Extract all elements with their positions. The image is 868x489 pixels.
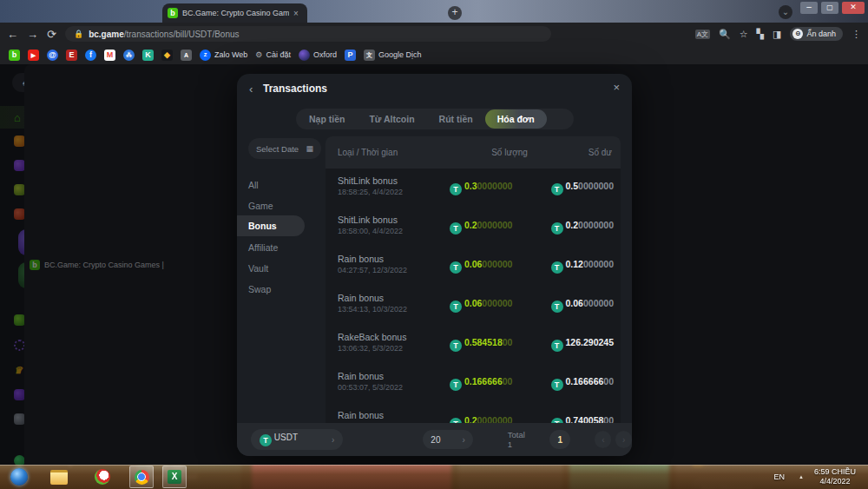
back-icon[interactable]: ← bbox=[7, 28, 18, 41]
start-button[interactable] bbox=[8, 466, 30, 487]
incognito-badge[interactable]: ꙫ Ẩn danh bbox=[790, 27, 843, 41]
bookmark-translate-icon[interactable]: A bbox=[181, 50, 192, 61]
tab-hoa-don-active[interactable]: Hóa đơn bbox=[485, 109, 547, 129]
game-icon-doll[interactable] bbox=[81, 262, 107, 288]
bet-id[interactable]: ID cược: #4974743366... bbox=[740, 350, 826, 359]
bookmark-star-icon[interactable]: ☆ bbox=[740, 29, 748, 40]
blackjack-thumb[interactable] bbox=[141, 293, 167, 319]
chevron-right-icon[interactable]: › bbox=[740, 140, 743, 149]
bcgame-logo[interactable]: b BC.GAME bbox=[161, 75, 235, 89]
bookmark-oxford[interactable]: Oxford bbox=[299, 50, 337, 61]
coccoc-taskbar-icon[interactable] bbox=[91, 466, 114, 487]
sidebar-item-vi-tri[interactable]: Vị trí bbox=[14, 160, 52, 171]
filter-affiliate[interactable]: Affiliate bbox=[248, 242, 278, 253]
bookmark-kucoin-icon[interactable]: K bbox=[142, 50, 154, 61]
show-hidden-icons[interactable]: ▲ bbox=[799, 474, 804, 479]
sidebar-item-trang-chu[interactable]: ⌂ Trang chủ bbox=[14, 111, 72, 124]
sidebar-item-co-che[interactable]: Cơ chế công bằng bbox=[14, 413, 108, 425]
bookmark-p-icon[interactable]: P bbox=[345, 50, 356, 61]
bookmark-facebook-icon[interactable]: f bbox=[85, 50, 96, 61]
go-to-sports-button[interactable]: Go to Sports bbox=[144, 223, 207, 239]
forward-icon[interactable]: → bbox=[27, 28, 38, 41]
reload-icon[interactable]: ⟳ bbox=[47, 28, 56, 41]
game-icon-wheel[interactable] bbox=[49, 229, 76, 255]
sports-banner[interactable]: EXPERIENCE SPORTS AT BC Go to Sports bbox=[132, 174, 241, 267]
back-chevron-icon[interactable]: ‹ bbox=[249, 83, 253, 96]
chat-username[interactable]: Huypolyme bbox=[720, 285, 765, 294]
sidebar-item-song-bac[interactable]: Sòng bạc trực tuyến bbox=[14, 184, 115, 195]
bookmark-settings[interactable]: ⚙ Cài đặt bbox=[255, 50, 291, 59]
new-tab-button[interactable]: + bbox=[448, 6, 462, 20]
bookmark-e-icon[interactable]: E bbox=[66, 50, 77, 61]
currency-selector[interactable]: T USDT › bbox=[251, 429, 343, 450]
extensions-puzzle-icon[interactable]: ▚ bbox=[757, 29, 764, 40]
share-button[interactable]: ➤ Chia sẻ bbox=[786, 215, 823, 224]
filter-all[interactable]: All bbox=[248, 180, 259, 190]
transactions-table[interactable]: ShitLink bonus 18:58:25, 4/4/2022 T 0.30… bbox=[326, 169, 621, 423]
tab-tu-altcoin[interactable]: Từ Altcoin bbox=[357, 109, 426, 129]
avatar[interactable] bbox=[694, 242, 713, 261]
side-panel-icon[interactable]: ◨ bbox=[773, 29, 781, 40]
bookmark-zalo[interactable]: Z Zalo Web bbox=[200, 50, 247, 61]
select-date-button[interactable]: Select Date ▦ bbox=[248, 138, 321, 159]
browser-tab-2-active[interactable]: b BC.Game: Crypto Casino Games | × bbox=[162, 3, 307, 23]
game-icon-plant[interactable] bbox=[18, 262, 44, 288]
tab-casino[interactable]: ♠Casino bbox=[12, 73, 75, 92]
bookmark-binance-icon[interactable]: ◆ bbox=[161, 50, 173, 61]
maximize-button[interactable]: ▢ bbox=[821, 2, 838, 14]
modal-close-icon[interactable]: × bbox=[613, 81, 620, 94]
page-size-selector[interactable]: 20 › bbox=[423, 430, 472, 449]
filter-bonus-active[interactable]: Bonus bbox=[248, 221, 277, 231]
tab-search-chevron-icon[interactable]: ⌄ bbox=[779, 5, 792, 19]
filter-vault[interactable]: Vault bbox=[248, 263, 268, 274]
next-page-icon[interactable]: › bbox=[615, 431, 632, 448]
hamburger-icon[interactable]: ≡ bbox=[117, 78, 122, 89]
system-clock[interactable]: 6:59 CHIỀU 4/4/2022 bbox=[814, 467, 856, 486]
filter-game[interactable]: Game bbox=[248, 201, 273, 211]
translate-icon[interactable]: A文 bbox=[695, 30, 710, 39]
close-window-button[interactable]: ✕ bbox=[842, 2, 865, 14]
tab-close-icon[interactable]: × bbox=[293, 9, 302, 18]
bookmark-share-icon[interactable]: ⁂ bbox=[123, 50, 135, 61]
sidebar-item-dien-dan[interactable]: Diễn đàn bbox=[14, 389, 69, 400]
prev-page-icon[interactable]: ‹ bbox=[595, 431, 611, 448]
excel-taskbar-icon[interactable]: X bbox=[162, 466, 187, 488]
sidebar-item-vip-club[interactable]: ♛ VIP Club bbox=[14, 364, 73, 376]
chat-username[interactable]: Ngọc Bích 89 bbox=[720, 436, 773, 446]
bookmark-google-translate[interactable]: 文 Google Dịch bbox=[364, 50, 422, 61]
notifications-bell-icon[interactable]: 🔔 bbox=[634, 76, 647, 89]
minimize-button[interactable]: – bbox=[800, 2, 818, 14]
sidebar-item-lien-ket[interactable]: Liên kết bbox=[14, 340, 65, 351]
chrome-taskbar-icon[interactable] bbox=[129, 466, 154, 488]
menu-dots-icon[interactable]: ⋮ bbox=[852, 29, 861, 40]
trophy-icon[interactable]: 🏆 bbox=[833, 138, 845, 149]
filter-swap[interactable]: Swap bbox=[248, 284, 271, 294]
game-icon-gold[interactable] bbox=[81, 229, 107, 255]
sidebar-item-khuyen-mai[interactable]: Khuyến mãi bbox=[14, 208, 85, 220]
like-button[interactable]: ♥ Yêu bbox=[727, 406, 748, 415]
carousel-next-icon[interactable]: › bbox=[661, 142, 675, 156]
mention[interactable]: @SpiderRed bbox=[726, 261, 775, 270]
chevron-right-icon[interactable]: › bbox=[833, 155, 836, 164]
roulette-side-card[interactable] bbox=[630, 365, 675, 465]
bookmark-bcgame-icon[interactable]: b bbox=[9, 50, 20, 61]
tab-rut-tien[interactable]: Rút tiền bbox=[427, 109, 485, 129]
bookmark-youtube-icon[interactable]: ▶ bbox=[28, 50, 39, 61]
bet-id[interactable]: ID cược: #49747433.66... bbox=[740, 155, 829, 164]
game-icon-target[interactable] bbox=[18, 229, 44, 255]
current-page[interactable]: 1 bbox=[549, 430, 570, 449]
sidebar-item-bc-originals[interactable]: BC Originals › bbox=[14, 135, 84, 147]
zoom-search-icon[interactable]: 🔍 bbox=[719, 29, 731, 40]
chevron-right-icon[interactable]: › bbox=[831, 349, 833, 359]
explorer-taskbar-icon[interactable] bbox=[48, 466, 70, 487]
share-button[interactable]: ➤ Chia sẻ bbox=[786, 406, 823, 415]
chat-username[interactable]: AL_Virgo bbox=[720, 245, 757, 254]
chat-toggle-icon[interactable] bbox=[658, 73, 675, 90]
chat-close-icon[interactable]: × bbox=[854, 138, 859, 149]
bookmark-mail-icon[interactable]: @ bbox=[47, 50, 58, 61]
language-indicator[interactable]: EN bbox=[774, 472, 786, 481]
game-icon-money[interactable] bbox=[49, 262, 76, 288]
chat-language-tab[interactable]: Tiếng việt bbox=[690, 139, 734, 149]
sidebar-item-lottery[interactable]: Lottery bbox=[14, 314, 61, 326]
avatar[interactable] bbox=[694, 283, 713, 302]
